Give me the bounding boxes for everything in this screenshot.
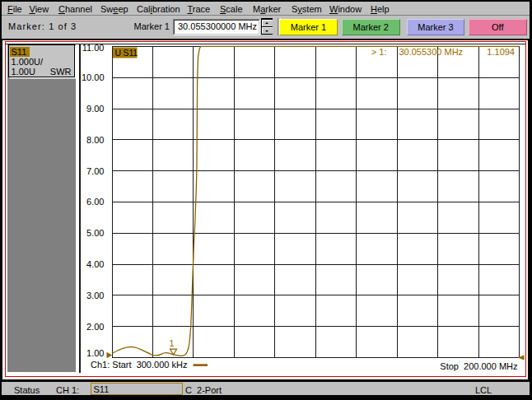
svg-text:8.00: 8.00 — [86, 135, 104, 145]
svg-text:1.1094: 1.1094 — [487, 47, 515, 57]
svg-text:11.00: 11.00 — [82, 43, 105, 53]
svg-text:5.00: 5.00 — [86, 228, 104, 238]
svg-text:Ch1: Start 300.000 kHz: Ch1: Start 300.000 kHz — [91, 360, 187, 370]
svg-text:6.00: 6.00 — [86, 197, 104, 207]
svg-text:3.00: 3.00 — [86, 291, 104, 300]
svg-text:Stop 200.000 MHz: Stop 200.000 MHz — [440, 361, 517, 371]
svg-text:> 1:: > 1: — [371, 47, 387, 57]
svg-text:1: 1 — [169, 338, 174, 348]
svg-text:1.00: 1.00 — [86, 348, 104, 358]
svg-text:4.00: 4.00 — [86, 259, 104, 269]
svg-text:9.00: 9.00 — [86, 104, 104, 114]
svg-text:U S11: U S11 — [115, 48, 138, 58]
svg-text:10.00: 10.00 — [82, 72, 105, 82]
svg-text:30.055300 MHz: 30.055300 MHz — [399, 47, 463, 57]
svg-text:2.00: 2.00 — [86, 322, 104, 332]
svg-text:7.00: 7.00 — [86, 166, 104, 176]
